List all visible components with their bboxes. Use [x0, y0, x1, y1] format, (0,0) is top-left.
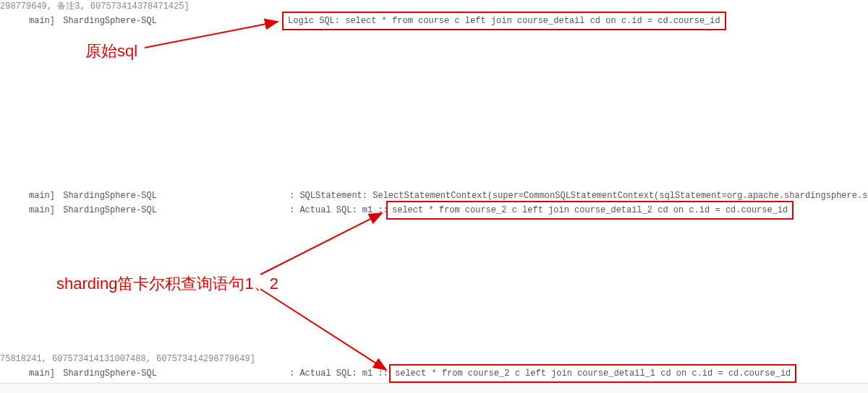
actual-sql-2-text: select * from course_2 c left join cours… — [395, 368, 791, 379]
thread-name: main] — [0, 16, 55, 26]
arrow-to-logic-sql — [145, 22, 278, 48]
log-message: SQLStatement: SelectStatementContext(sup… — [299, 191, 868, 201]
logger-name: ShardingSphere-SQL — [60, 16, 157, 26]
actual-sql-1-text: select * from course_2 c left join cours… — [392, 205, 788, 215]
annotation-sharding-cartesian: sharding笛卡尔积查询语句1、2 — [56, 273, 278, 295]
editor-bottom-bar — [0, 383, 868, 393]
log-line-actual-sql-1: main] ShardingSphere-SQL : Actual SQL: m… — [0, 205, 157, 215]
annotation-text: 原始sql — [85, 42, 137, 60]
log-fragment-top: 298779649, 备注3, 607573414378471425] — [0, 0, 190, 12]
logic-sql-box: Logic SQL: select * from course c left j… — [282, 12, 726, 30]
log-line-sqlstatement: main] ShardingSphere-SQL : SQLStatement:… — [0, 191, 157, 201]
thread-name: main] — [0, 368, 55, 379]
annotation-text: sharding笛卡尔积查询语句1、2 — [56, 275, 278, 293]
log-text: 75818241, 607573414131007488, 6075734142… — [0, 354, 255, 364]
log-line-logic-sql: main] ShardingSphere-SQL — [0, 16, 157, 26]
logger-name: ShardingSphere-SQL — [60, 205, 157, 215]
thread-name: main] — [0, 205, 55, 215]
log-prefix: : Actual SQL: m1 :: — [289, 205, 388, 215]
logger-name: ShardingSphere-SQL — [60, 368, 157, 379]
actual-sql-2-box: select * from course_2 c left join cours… — [389, 364, 796, 383]
log-line-actual-sql-2: main] ShardingSphere-SQL : Actual SQL: m… — [0, 368, 157, 379]
logic-sql-text: Logic SQL: select * from course c left j… — [288, 16, 720, 26]
arrow-to-actual-sql-2 — [260, 289, 386, 370]
logger-name: ShardingSphere-SQL — [60, 191, 157, 201]
log-fragment-bottom: 75818241, 607573414131007488, 6075734142… — [0, 354, 255, 364]
arrow-to-actual-sql-1 — [260, 213, 382, 275]
actual-sql-1-box: select * from course_2 c left join cours… — [386, 201, 793, 220]
thread-name: main] — [0, 191, 55, 201]
log-prefix: : Actual SQL: m1 :: — [289, 368, 388, 379]
log-prefix: : — [289, 191, 299, 201]
log-text: 298779649, 备注3, 607573414378471425] — [0, 1, 190, 12]
annotation-original-sql: 原始sql — [85, 40, 137, 62]
